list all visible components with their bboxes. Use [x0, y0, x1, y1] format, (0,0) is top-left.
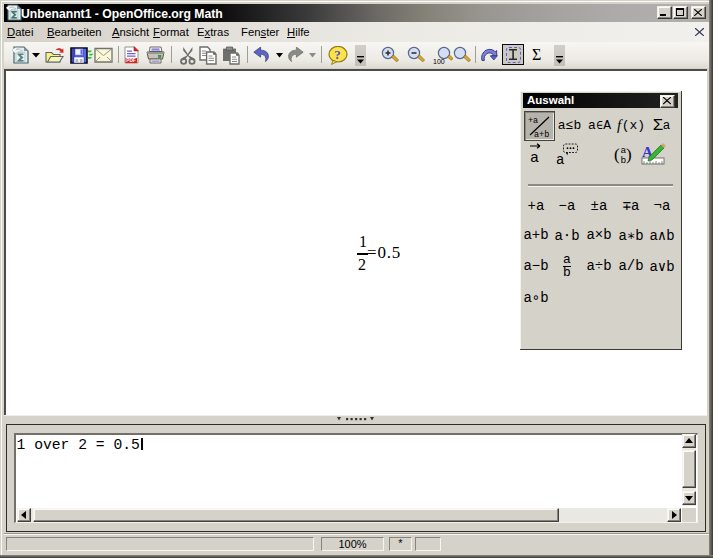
- svg-text:a: a: [556, 152, 564, 167]
- svg-text:PDF: PDF: [126, 58, 136, 63]
- svg-text:+a: +a: [528, 116, 538, 126]
- svg-text:100: 100: [433, 58, 445, 65]
- svg-text:(: (: [614, 145, 620, 164]
- svg-text:?: ?: [334, 47, 341, 62]
- svg-text:a: a: [530, 150, 539, 166]
- svg-text:): ): [626, 145, 632, 164]
